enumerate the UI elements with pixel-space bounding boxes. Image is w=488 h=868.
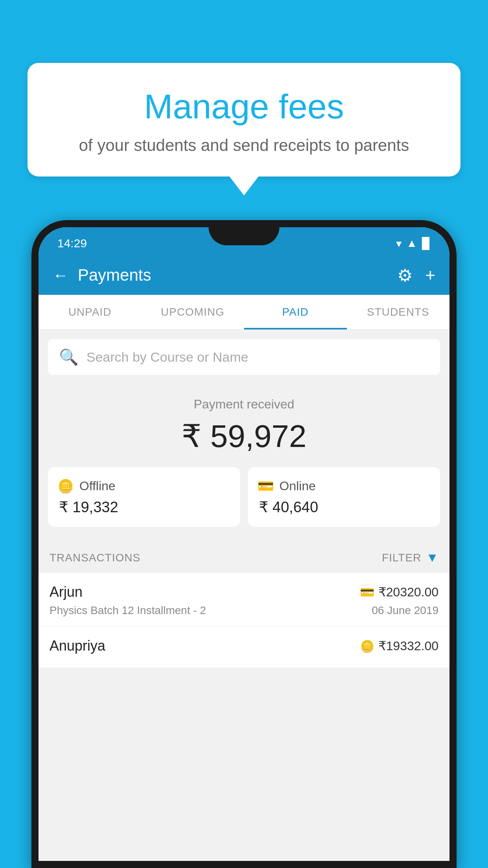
transaction-name-arjun: Arjun	[50, 584, 83, 600]
add-icon[interactable]: +	[425, 265, 435, 285]
bubble-title: Manage fees	[51, 86, 437, 127]
transaction-name-anupriya: Anupriya	[50, 638, 105, 654]
tab-unpaid[interactable]: UNPAID	[39, 295, 141, 329]
transaction-amount-anupriya: ₹19332.00	[378, 638, 438, 653]
battery-icon: ▉	[422, 237, 431, 250]
transaction-amount-row-anupriya: 🪙 ₹19332.00	[360, 638, 438, 653]
transactions-label: TRANSACTIONS	[50, 552, 140, 564]
phone-screen: 14:29 ▾ ▲ ▉ ← Payments ⚙ + UNPAID UPCOMI…	[39, 227, 449, 861]
search-bar[interactable]: 🔍 Search by Course or Name	[48, 339, 440, 375]
settings-icon[interactable]: ⚙	[397, 265, 413, 285]
offline-label: Offline	[79, 479, 116, 493]
tab-students[interactable]: STUDENTS	[347, 295, 450, 329]
app-bar-actions: ⚙ +	[397, 265, 435, 285]
filter-label: FILTER	[382, 552, 421, 564]
tab-paid[interactable]: PAID	[244, 295, 347, 329]
app-bar: ← Payments ⚙ +	[39, 256, 449, 295]
online-card: 💳 Online ₹ 40,640	[248, 467, 440, 527]
signal-icon: ▲	[406, 237, 417, 250]
speech-bubble: Manage fees of your students and send re…	[28, 63, 460, 177]
search-icon: 🔍	[59, 348, 79, 366]
status-time: 14:29	[57, 237, 87, 250]
back-button[interactable]: ←	[53, 267, 68, 284]
wifi-icon: ▾	[396, 237, 402, 250]
tab-upcoming[interactable]: UPCOMING	[141, 295, 244, 329]
transaction-amount-row-arjun: 💳 ₹20320.00	[360, 585, 438, 600]
phone-frame: 14:29 ▾ ▲ ▉ ← Payments ⚙ + UNPAID UPCOMI…	[31, 220, 457, 868]
online-label: Online	[279, 479, 316, 493]
phone-notch	[209, 227, 279, 245]
payment-received-label: Payment received	[48, 397, 440, 412]
transaction-item-arjun[interactable]: Arjun 💳 ₹20320.00 Physics Batch 12 Insta…	[39, 573, 449, 627]
offline-card: 🪙 Offline ₹ 19,332	[48, 467, 240, 527]
transactions-header: TRANSACTIONS FILTER ▼	[39, 539, 449, 573]
payment-cards: 🪙 Offline ₹ 19,332 💳 Online ₹ 40,640	[48, 467, 440, 527]
filter-row[interactable]: FILTER ▼	[382, 550, 438, 565]
transaction-date-arjun: 06 June 2019	[372, 604, 438, 617]
payment-received-section: Payment received ₹ 59,972 🪙 Offline ₹ 19…	[39, 381, 449, 539]
offline-amount: ₹ 19,332	[57, 498, 118, 516]
transaction-course-arjun: Physics Batch 12 Installment - 2	[50, 604, 206, 617]
transaction-cash-icon-anupriya: 🪙	[360, 639, 374, 653]
online-icon: 💳	[257, 478, 274, 494]
online-amount: ₹ 40,640	[257, 498, 318, 516]
app-title: Payments	[78, 266, 388, 285]
bubble-subtitle: of your students and send receipts to pa…	[51, 136, 437, 155]
filter-icon: ▼	[426, 550, 438, 565]
transaction-amount-arjun: ₹20320.00	[378, 585, 438, 600]
tab-bar: UNPAID UPCOMING PAID STUDENTS	[39, 295, 449, 330]
payment-received-amount: ₹ 59,972	[48, 418, 440, 454]
transaction-item-anupriya[interactable]: Anupriya 🪙 ₹19332.00	[39, 627, 449, 668]
search-placeholder: Search by Course or Name	[86, 349, 248, 365]
transaction-card-icon-arjun: 💳	[360, 585, 374, 599]
offline-icon: 🪙	[57, 478, 74, 494]
status-icons: ▾ ▲ ▉	[396, 237, 431, 250]
